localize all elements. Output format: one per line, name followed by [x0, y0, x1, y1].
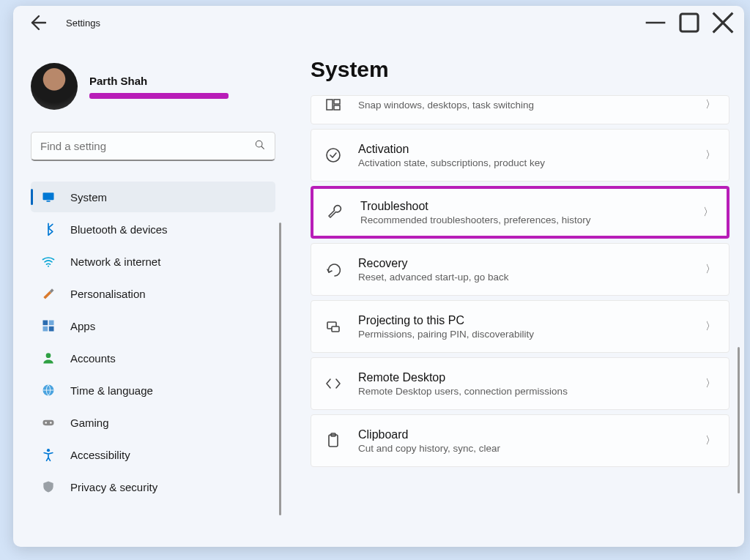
sidebar-item-label: Gaming [70, 417, 109, 429]
sidebar-item-label: Time & language [70, 384, 153, 397]
sidebar-item-accounts[interactable]: Accounts [31, 343, 275, 373]
card-subtitle: Activation state, subscriptions, product… [358, 157, 689, 168]
card-recovery[interactable]: Recovery Reset, advanced start-up, go ba… [311, 243, 729, 296]
svg-rect-8 [49, 326, 54, 332]
project-icon [324, 318, 342, 335]
sidebar-item-label: Personalisation [70, 288, 146, 300]
card-subtitle: Recommended troubleshooters, preferences… [360, 214, 687, 225]
sidebar-item-personalisation[interactable]: Personalisation [31, 278, 275, 309]
sidebar-item-apps[interactable]: Apps [31, 310, 275, 341]
main-scrollbar[interactable] [738, 347, 740, 493]
svg-rect-17 [334, 105, 340, 110]
chevron-right-icon: 〉 [705, 263, 716, 276]
card-subtitle: Remote Desktop users, connection permiss… [358, 386, 689, 397]
sidebar-item-privacy[interactable]: Privacy & security [31, 471, 275, 502]
sidebar-item-accessibility[interactable]: Accessibility [31, 439, 275, 470]
main-content: System Snap windows, desktops, task swit… [284, 40, 744, 547]
sidebar-item-system[interactable]: System [31, 182, 275, 212]
globe-icon [41, 383, 56, 397]
chevron-right-icon: 〉 [705, 320, 716, 333]
check-circle-icon [324, 146, 342, 164]
sidebar-item-label: Bluetooth & devices [70, 223, 168, 236]
profile-text: Parth Shah [89, 75, 229, 99]
svg-rect-15 [327, 100, 333, 110]
card-activation[interactable]: Activation Activation state, subscriptio… [311, 129, 729, 182]
window-body: Parth Shah System Bluetooth & devices [13, 40, 744, 547]
sidebar-item-label: Apps [70, 320, 95, 332]
svg-rect-2 [43, 193, 54, 200]
card-subtitle: Snap windows, desktops, task switching [358, 100, 689, 111]
sidebar: Parth Shah System Bluetooth & devices [13, 40, 284, 547]
recovery-icon [324, 261, 342, 278]
search-input[interactable] [40, 140, 254, 152]
search-icon [254, 139, 266, 154]
card-title: Recovery [358, 257, 689, 270]
sidebar-scrollbar[interactable] [279, 223, 281, 515]
sidebar-item-label: Accessibility [70, 449, 130, 461]
card-projecting[interactable]: Projecting to this PC Permissions, pairi… [311, 300, 729, 353]
person-icon [41, 351, 56, 365]
chevron-right-icon: 〉 [705, 149, 716, 162]
sidebar-nav: System Bluetooth & devices Network & int… [31, 182, 275, 502]
sidebar-item-time-language[interactable]: Time & language [31, 375, 275, 406]
titlebar: Settings [13, 6, 744, 40]
card-subtitle: Reset, advanced start-up, go back [358, 272, 689, 283]
avatar [31, 63, 78, 110]
settings-window: Settings Parth Shah Syst [13, 6, 744, 547]
search-box[interactable] [31, 132, 275, 161]
shield-icon [41, 479, 56, 494]
profile-block[interactable]: Parth Shah [31, 63, 275, 110]
chevron-right-icon: 〉 [705, 434, 716, 447]
card-title: Projecting to this PC [358, 314, 689, 327]
sidebar-item-bluetooth[interactable]: Bluetooth & devices [31, 214, 275, 244]
card-remote-desktop[interactable]: Remote Desktop Remote Desktop users, con… [311, 357, 729, 410]
svg-point-14 [47, 449, 50, 452]
profile-email-redacted [89, 93, 229, 99]
page-title: System [311, 57, 729, 82]
sidebar-item-label: Network & internet [70, 255, 160, 268]
svg-point-18 [327, 149, 340, 162]
sidebar-item-label: Accounts [70, 352, 116, 365]
profile-name: Parth Shah [89, 75, 229, 87]
monitor-icon [41, 190, 56, 204]
card-multitasking[interactable]: Snap windows, desktops, task switching 〉 [311, 95, 729, 124]
gamepad-icon [41, 415, 56, 430]
sidebar-item-network[interactable]: Network & internet [31, 246, 275, 277]
svg-rect-3 [47, 201, 51, 202]
clipboard-icon [324, 432, 342, 449]
card-title: Remote Desktop [358, 371, 689, 384]
chevron-right-icon: 〉 [705, 377, 716, 390]
svg-rect-6 [49, 321, 54, 326]
sidebar-item-label: Privacy & security [70, 481, 157, 493]
window-title: Settings [66, 18, 100, 29]
svg-rect-11 [43, 420, 54, 426]
card-clipboard[interactable]: Clipboard Cut and copy history, sync, cl… [311, 414, 729, 467]
sidebar-item-label: System [70, 191, 107, 204]
back-button[interactable] [23, 10, 50, 36]
svg-rect-16 [334, 100, 340, 104]
wrench-icon [327, 204, 344, 221]
svg-rect-5 [43, 321, 48, 326]
chevron-right-icon: 〉 [703, 206, 713, 219]
svg-point-9 [46, 353, 51, 358]
sidebar-item-gaming[interactable]: Gaming [31, 407, 275, 438]
svg-point-13 [50, 422, 52, 424]
minimize-button[interactable] [639, 11, 672, 34]
svg-point-4 [48, 266, 49, 267]
settings-cards: Snap windows, desktops, task switching 〉… [311, 95, 729, 541]
svg-rect-20 [332, 326, 339, 332]
card-troubleshoot[interactable]: Troubleshoot Recommended troubleshooters… [311, 186, 729, 239]
chevron-right-icon: 〉 [705, 98, 716, 111]
accessibility-icon [41, 447, 56, 462]
card-title: Clipboard [358, 428, 689, 441]
svg-rect-7 [43, 326, 48, 332]
svg-point-12 [45, 422, 47, 424]
remote-icon [324, 375, 342, 392]
window-controls [639, 11, 740, 34]
card-subtitle: Cut and copy history, sync, clear [358, 443, 689, 454]
bluetooth-icon [41, 222, 56, 236]
card-subtitle: Permissions, pairing PIN, discoverabilit… [358, 329, 689, 340]
maximize-button[interactable] [672, 11, 706, 34]
svg-rect-0 [680, 14, 698, 31]
close-button[interactable] [706, 11, 740, 34]
